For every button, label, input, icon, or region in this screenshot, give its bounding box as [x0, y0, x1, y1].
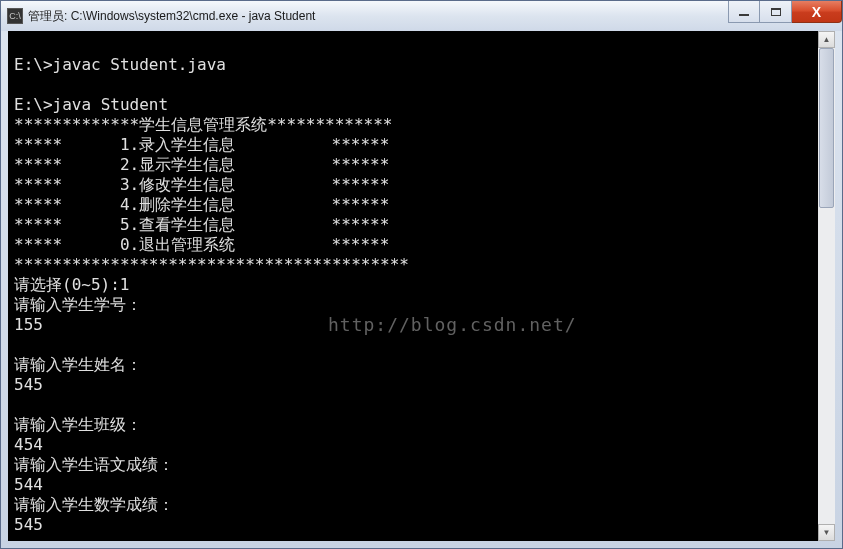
console-line: E:\>javac Student.java — [14, 55, 829, 75]
console-line: 请输入学生姓名： — [14, 355, 829, 375]
maximize-icon — [771, 8, 781, 16]
window-title: 管理员: C:\Windows\system32\cmd.exe - java … — [28, 8, 315, 25]
console-line: 454 — [14, 435, 829, 455]
console-line: ****************************************… — [14, 255, 829, 275]
console-line: 544 — [14, 475, 829, 495]
console-line: 请输入学生学号： — [14, 295, 829, 315]
titlebar[interactable]: C:\ 管理员: C:\Windows\system32\cmd.exe - j… — [1, 1, 842, 31]
console-line: ***** 0.退出管理系统 ****** — [14, 235, 829, 255]
console-output: E:\>javac Student.java E:\>java Student*… — [8, 31, 835, 539]
console-line: ***** 1.录入学生信息 ****** — [14, 135, 829, 155]
vertical-scrollbar[interactable]: ▲ ▼ — [818, 31, 835, 541]
console-line: 请输入学生班级： — [14, 415, 829, 435]
maximize-button[interactable] — [760, 1, 792, 23]
cmd-icon: C:\ — [7, 8, 23, 24]
minimize-button[interactable] — [728, 1, 760, 23]
console-line — [14, 75, 829, 95]
console-line — [14, 335, 829, 355]
scroll-up-button[interactable]: ▲ — [818, 31, 835, 48]
console-line — [14, 35, 829, 55]
console-line: ***** 5.查看学生信息 ****** — [14, 215, 829, 235]
console-area[interactable]: E:\>javac Student.java E:\>java Student*… — [8, 31, 835, 541]
close-button[interactable]: X — [792, 1, 842, 23]
console-line: E:\>java Student — [14, 95, 829, 115]
scroll-thumb[interactable] — [819, 48, 834, 208]
scroll-track[interactable] — [818, 48, 835, 524]
console-line: 545 — [14, 375, 829, 395]
console-line: ***** 4.删除学生信息 ****** — [14, 195, 829, 215]
console-line — [14, 395, 829, 415]
console-line: 155 — [14, 315, 829, 335]
console-line: 545 — [14, 515, 829, 535]
window-controls: X — [728, 1, 842, 23]
console-line: 请输入学生语文成绩： — [14, 455, 829, 475]
scroll-down-button[interactable]: ▼ — [818, 524, 835, 541]
close-icon: X — [812, 4, 821, 20]
minimize-icon — [739, 13, 749, 16]
console-line: ***** 2.显示学生信息 ****** — [14, 155, 829, 175]
console-line: ***** 3.修改学生信息 ****** — [14, 175, 829, 195]
console-line: *************学生信息管理系统************* — [14, 115, 829, 135]
command-prompt-window: C:\ 管理员: C:\Windows\system32\cmd.exe - j… — [0, 0, 843, 549]
console-line: 请输入学生数学成绩： — [14, 495, 829, 515]
console-line: 请选择(0~5):1 — [14, 275, 829, 295]
